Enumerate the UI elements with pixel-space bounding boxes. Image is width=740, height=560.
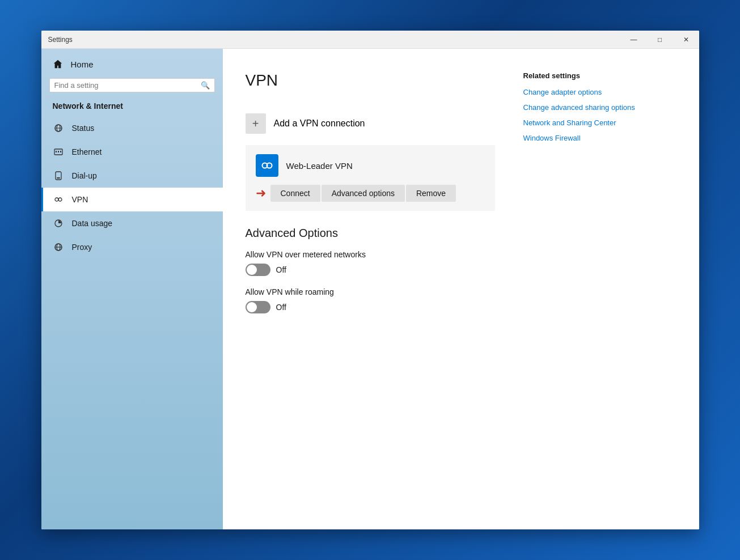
svg-point-9 [55,198,58,201]
sidebar-item-dialup[interactable]: Dial-up [41,164,223,188]
svg-rect-6 [60,151,61,152]
search-box: 🔍 [49,78,215,92]
vpn-entry: Web-Leader VPN ➜ Connect Advanced option… [246,145,495,211]
toggle-row-roaming: Off [246,301,501,313]
vpn-name: Web-Leader VPN [286,161,353,171]
main-left: VPN + Add a VPN connection [246,71,501,512]
sidebar-item-data-usage[interactable]: Data usage [41,211,223,235]
toggle-roaming[interactable] [246,301,270,313]
link-change-advanced-sharing[interactable]: Change advanced sharing options [523,103,671,112]
settings-window: Settings — □ ✕ Home 🔍 Network & Internet [41,31,699,529]
search-input[interactable] [54,81,201,90]
status-icon [53,122,64,134]
proxy-label: Proxy [72,243,92,252]
sidebar-item-home[interactable]: Home [41,53,223,75]
sidebar-item-ethernet[interactable]: Ethernet [41,140,223,164]
related-settings-title: Related settings [523,71,671,80]
link-change-adapter[interactable]: Change adapter options [523,88,671,96]
sidebar-item-proxy[interactable]: Proxy [41,235,223,259]
advanced-options-section: Advanced Options Allow VPN over metered … [246,227,501,313]
page-title: VPN [246,71,501,90]
vpn-icon [53,194,64,205]
minimize-button[interactable]: — [621,31,647,49]
svg-point-10 [58,198,62,201]
toggle-state-roaming: Off [276,303,286,312]
advanced-options-title: Advanced Options [246,227,501,240]
remove-button[interactable]: Remove [406,185,456,202]
svg-rect-5 [58,151,59,152]
window-controls: — □ ✕ [621,31,699,49]
vpn-entry-top: Web-Leader VPN [256,154,485,177]
home-label: Home [71,60,94,69]
toggle-option-metered: Allow VPN over metered networks Off [246,250,501,276]
search-icon[interactable]: 🔍 [201,81,210,90]
svg-rect-4 [56,151,57,152]
sidebar: Home 🔍 Network & Internet Status [41,49,223,529]
vpn-logo [256,154,278,177]
ethernet-icon [53,146,64,158]
sidebar-item-status[interactable]: Status [41,116,223,140]
toggle-row-metered: Off [246,264,501,276]
content-area: Home 🔍 Network & Internet Status [41,49,699,529]
sidebar-item-vpn[interactable]: VPN [41,188,223,211]
dialup-icon [53,170,64,181]
connect-button[interactable]: Connect [270,185,320,202]
add-vpn-label: Add a VPN connection [274,118,365,129]
proxy-icon [53,241,64,253]
vpn-label: VPN [72,195,88,204]
link-windows-firewall[interactable]: Windows Firewall [523,134,671,142]
toggle-label-metered: Allow VPN over metered networks [246,250,501,259]
toggle-label-roaming: Allow VPN while roaming [246,287,501,296]
window-title: Settings [48,36,73,44]
data-usage-label: Data usage [72,219,113,228]
advanced-options-button[interactable]: Advanced options [322,185,405,202]
sidebar-section-title: Network & Internet [41,98,223,116]
related-settings: Related settings Change adapter options … [523,71,671,512]
add-vpn-row[interactable]: + Add a VPN connection [246,107,501,141]
svg-rect-8 [57,177,60,179]
home-icon [53,59,63,69]
status-label: Status [72,124,95,133]
toggle-option-roaming: Allow VPN while roaming Off [246,287,501,313]
toggle-state-metered: Off [276,265,286,274]
titlebar: Settings — □ ✕ [41,31,699,49]
link-network-sharing-center[interactable]: Network and Sharing Center [523,118,671,127]
toggle-metered[interactable] [246,264,270,276]
vpn-logo-icon [261,159,273,172]
add-icon: + [246,113,266,134]
maximize-button[interactable]: □ [647,31,673,49]
data-usage-icon [53,218,64,229]
close-button[interactable]: ✕ [673,31,699,49]
ethernet-label: Ethernet [72,147,102,156]
dialup-label: Dial-up [72,171,97,180]
main-content: VPN + Add a VPN connection [223,49,699,529]
vpn-buttons: ➜ Connect Advanced options Remove [256,185,485,202]
connect-arrow-icon: ➜ [256,186,266,201]
